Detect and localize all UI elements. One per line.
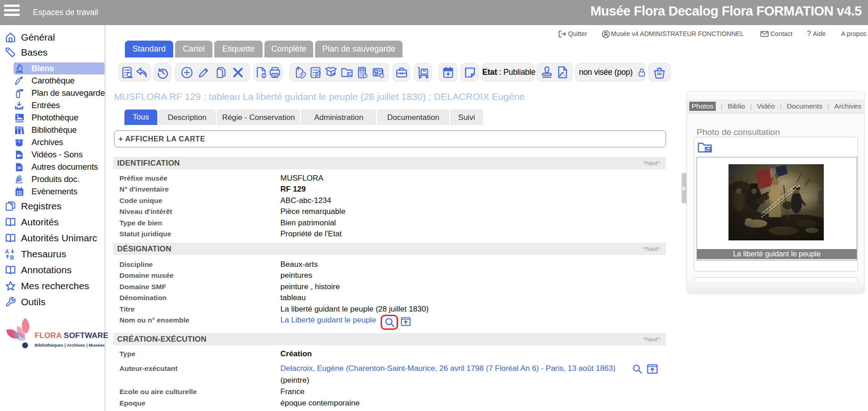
svg-text:B: B — [10, 255, 14, 260]
svg-text:A: A — [5, 249, 9, 255]
